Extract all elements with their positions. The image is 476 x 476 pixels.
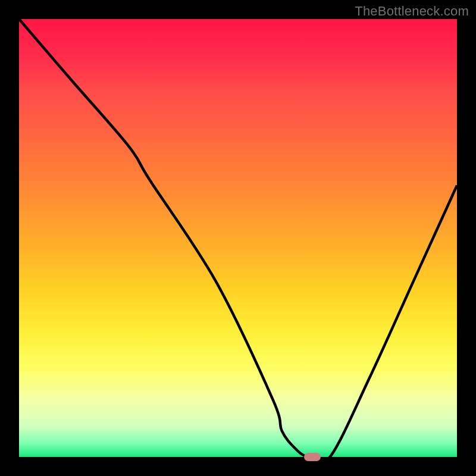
chart-frame: TheBottleneck.com — [0, 0, 476, 476]
bottleneck-curve-path — [19, 19, 457, 463]
optimal-point-marker — [304, 453, 321, 461]
bottleneck-curve-svg — [19, 19, 457, 457]
watermark-label: TheBottleneck.com — [355, 4, 469, 19]
plot-area — [19, 19, 457, 457]
